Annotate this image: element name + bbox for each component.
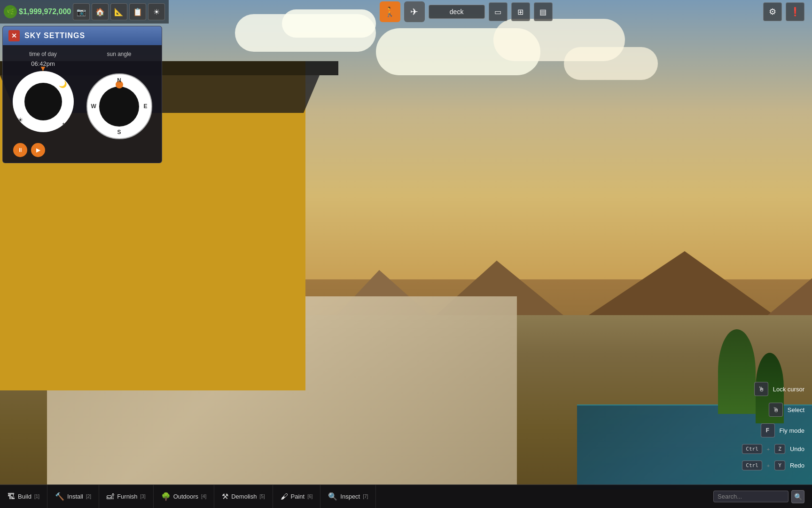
furnish-shortcut: [3] bbox=[141, 494, 146, 499]
currency-amount: $1,999,972,000 bbox=[19, 8, 71, 16]
view-flat-btn[interactable]: ▭ bbox=[489, 2, 508, 21]
fly-mode-key-icon: F bbox=[761, 423, 775, 437]
panel-body: time of day 06:42pm ▼ ☀ 🌙 ✦ bbox=[3, 45, 162, 163]
settings-btn[interactable]: ⚙ bbox=[763, 2, 782, 21]
time-dial-arrow: ▼ bbox=[39, 64, 47, 73]
demolish-shortcut: [5] bbox=[259, 494, 265, 499]
hint-undo-label: Undo bbox=[790, 445, 804, 452]
ctrl-key-redo: Ctrl bbox=[742, 460, 762, 470]
lighting-btn[interactable]: ☀ bbox=[148, 3, 165, 20]
hint-undo: Ctrl + Z Undo bbox=[742, 444, 804, 454]
time-of-day-label: time of day bbox=[29, 51, 57, 57]
clipboard-btn[interactable]: 📋 bbox=[129, 3, 146, 20]
ctrl-key-undo: Ctrl bbox=[742, 444, 762, 454]
dial-star-icon: ✦ bbox=[62, 121, 65, 127]
playback-controls: ⏸ ▶ bbox=[8, 143, 156, 157]
plus-redo: + bbox=[767, 463, 770, 468]
build-icon: 🏗 bbox=[8, 492, 15, 501]
compass-east: E bbox=[143, 103, 147, 110]
hint-fly-mode: F Fly mode bbox=[761, 423, 804, 437]
demolish-icon: ⚒ bbox=[222, 492, 228, 501]
compass-north: N bbox=[117, 77, 121, 84]
toolbar-furnish[interactable]: 🛋 Furnish [3] bbox=[99, 485, 153, 508]
outdoors-shortcut: [4] bbox=[201, 494, 206, 499]
panel-close-btn[interactable]: ✕ bbox=[8, 30, 20, 41]
install-shortcut: [2] bbox=[86, 494, 91, 499]
time-of-day-section: time of day 06:42pm ▼ ☀ 🌙 ✦ bbox=[13, 51, 74, 132]
demolish-label: Demolish bbox=[231, 493, 257, 500]
walk-mode-btn[interactable]: 🚶 bbox=[380, 1, 400, 22]
paint-icon: 🖌 bbox=[281, 492, 288, 501]
build-label: Build bbox=[18, 493, 31, 500]
outdoors-icon: 🌳 bbox=[161, 492, 171, 501]
view-grid-btn[interactable]: ⊞ bbox=[511, 2, 530, 21]
outdoors-label: Outdoors bbox=[173, 493, 198, 500]
currency-icon: 🌿 bbox=[4, 5, 17, 18]
bottom-toolbar: 🏗 Build [1] 🔨 Install [2] 🛋 Furnish [3] … bbox=[0, 484, 812, 508]
sky-controls-row: time of day 06:42pm ▼ ☀ 🌙 ✦ bbox=[8, 51, 156, 139]
compass-ring: N S E W bbox=[86, 73, 152, 139]
toolbar-paint[interactable]: 🖌 Paint [6] bbox=[273, 485, 321, 508]
inspect-label: Inspect bbox=[340, 493, 360, 500]
top-hud: 🌿 $1,999,972,000 📷 🏠 📐 📋 ☀ 🚶 ✈ deck ▭ ⊞ … bbox=[0, 0, 812, 24]
compass-west: W bbox=[91, 103, 96, 110]
blueprint-btn[interactable]: 🏠 bbox=[92, 3, 109, 20]
hud-center: 🚶 ✈ deck ▭ ⊞ ▤ bbox=[169, 1, 763, 22]
hint-lock-label: Lock cursor bbox=[773, 386, 804, 393]
sun-angle-label: sun angle bbox=[107, 51, 131, 57]
inspect-icon: 🔍 bbox=[328, 492, 337, 501]
hud-left: 🌿 $1,999,972,000 📷 🏠 📐 📋 ☀ bbox=[0, 0, 169, 24]
build-shortcut: [1] bbox=[34, 494, 39, 499]
play-btn[interactable]: ▶ bbox=[31, 143, 45, 157]
toolbar-inspect[interactable]: 🔍 Inspect [7] bbox=[320, 485, 376, 508]
furnish-icon: 🛋 bbox=[107, 492, 114, 501]
measure-btn[interactable]: 📐 bbox=[110, 3, 127, 20]
y-key: Y bbox=[774, 460, 785, 470]
pause-btn[interactable]: ⏸ bbox=[13, 143, 27, 157]
toolbar-build[interactable]: 🏗 Build [1] bbox=[0, 485, 47, 508]
mouse-icon-lock: 🖱 bbox=[754, 382, 768, 396]
toolbar-search-area: 🔍 bbox=[713, 490, 812, 503]
panel-header: ✕ SKY SETTINGS bbox=[3, 26, 162, 45]
dial-moon-icon: 🌙 bbox=[59, 80, 67, 88]
dial-sun-icon: ☀ bbox=[17, 116, 23, 124]
hint-lock-cursor: 🖱 Lock cursor bbox=[754, 382, 804, 396]
send-mode-btn[interactable]: ✈ bbox=[404, 1, 425, 22]
currency-display: 🌿 $1,999,972,000 bbox=[4, 5, 71, 18]
hint-redo-label: Redo bbox=[790, 462, 804, 469]
hint-fly-label: Fly mode bbox=[780, 427, 804, 434]
plus-undo: + bbox=[767, 446, 770, 452]
paint-shortcut: [6] bbox=[307, 494, 312, 499]
furnish-label: Furnish bbox=[117, 493, 137, 500]
view-list-btn[interactable]: ▤ bbox=[534, 2, 553, 21]
sky-settings-panel: ✕ SKY SETTINGS time of day 06:42pm ▼ ☀ 🌙 bbox=[2, 26, 162, 163]
mouse-icon-select: 🖱 bbox=[769, 403, 783, 417]
toolbar-outdoors[interactable]: 🌳 Outdoors [4] bbox=[154, 485, 215, 508]
dial-inner bbox=[24, 83, 62, 120]
toolbar-demolish[interactable]: ⚒ Demolish [5] bbox=[214, 485, 273, 508]
paint-label: Paint bbox=[291, 493, 305, 500]
hint-select: 🖱 Select bbox=[769, 403, 804, 417]
z-key: Z bbox=[774, 444, 785, 454]
install-icon: 🔨 bbox=[55, 492, 64, 501]
cloud-5 bbox=[564, 47, 658, 80]
dial-ring: ☀ 🌙 ✦ bbox=[13, 71, 74, 132]
inspect-shortcut: [7] bbox=[363, 494, 368, 499]
hint-select-label: Select bbox=[788, 406, 804, 413]
panel-title: SKY SETTINGS bbox=[24, 32, 85, 40]
search-btn[interactable]: 🔍 bbox=[791, 490, 804, 503]
area-display: deck bbox=[429, 5, 485, 19]
time-dial[interactable]: ▼ ☀ 🌙 ✦ bbox=[13, 71, 74, 132]
hint-redo: Ctrl + Y Redo bbox=[742, 460, 804, 470]
hud-right: ⚙ ❗ bbox=[763, 2, 812, 21]
compass-inner bbox=[99, 87, 139, 127]
search-input[interactable] bbox=[713, 491, 789, 502]
toolbar-install[interactable]: 🔨 Install [2] bbox=[47, 485, 99, 508]
compass[interactable]: N S E W bbox=[86, 73, 152, 139]
sun-angle-section: sun angle N S E W bbox=[86, 51, 152, 139]
alert-btn[interactable]: ❗ bbox=[786, 2, 804, 21]
compass-south: S bbox=[117, 129, 121, 135]
install-label: Install bbox=[67, 493, 83, 500]
hint-panel: 🖱 Lock cursor 🖱 Select F Fly mode Ctrl +… bbox=[742, 382, 804, 470]
screenshot-btn[interactable]: 📷 bbox=[73, 3, 90, 20]
